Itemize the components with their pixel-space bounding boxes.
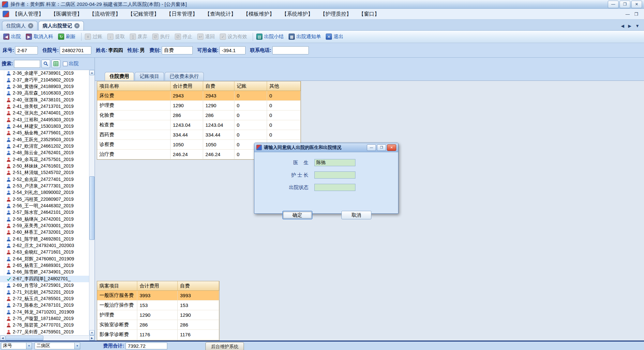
patient-list-item[interactable]: 2-46_王跃光_23529503_2019: [0, 136, 89, 143]
fee-tab[interactable]: 已收费未执行: [165, 72, 204, 80]
dialog-maximize-button[interactable]: ❐: [377, 144, 386, 151]
patient-list-item[interactable]: 2-39_高世森_16106303_2019: [0, 90, 89, 96]
column-header[interactable]: 项目名称: [97, 81, 171, 91]
patient-info-input[interactable]: 自费: [162, 46, 193, 54]
patient-list-item[interactable]: 2-76_陈碧英_24770701_2019: [0, 322, 89, 328]
table-row[interactable]: 一般医疗服务费39933993: [97, 291, 219, 300]
window-tab[interactable]: 住院病人✕: [2, 21, 37, 30]
patient-list-item[interactable]: 2-55_冯桂英_22080907_2019: [0, 196, 89, 203]
patient-list-item[interactable]: 2-75_卢璇盟_18718402_2019: [0, 315, 89, 322]
patient-list-item[interactable]: 2-62_庄太_24792401_202003: [0, 242, 89, 249]
patient-list-item[interactable]: 2-51_林清烟_15245702_2019: [0, 169, 89, 176]
table-row[interactable]: 护理费1290129000: [97, 101, 301, 110]
patient-list-item[interactable]: 2-57_陈水官_24642101_2019: [0, 209, 89, 216]
patient-list-item[interactable]: 2-53_卢济泉_24777301_2019: [0, 183, 89, 189]
patient-list-item[interactable]: 2-54_刘礼忠_18090002_2019: [0, 189, 89, 196]
patient-list-item[interactable]: 2-73_陈春忠_24787101_2019: [0, 302, 89, 309]
dialog-field-input[interactable]: 陈驰: [314, 159, 355, 166]
patient-list-item[interactable]: 2-50_林妹妹_24761601_2019: [0, 163, 89, 169]
dialog-close-button[interactable]: ✕: [387, 144, 396, 151]
patient-list-item[interactable]: 2-72_杨玉贞_24785501_2019: [0, 296, 89, 302]
bed-filter-combo[interactable]: 床号 ▼: [1, 343, 32, 349]
table-row[interactable]: 影像学诊断费11761176: [97, 330, 219, 340]
patient-list-item[interactable]: 2-66_陈雪娇_24734901_2019: [0, 269, 89, 275]
ward-filter-combo[interactable]: 二病区 ▼: [35, 343, 80, 349]
cancel-button[interactable]: 取消: [341, 211, 371, 219]
tree-vertical-scrollbar[interactable]: ▲ ▼: [89, 70, 95, 335]
scroll-right-icon[interactable]: ▶: [89, 336, 95, 341]
menu-item[interactable]: 【查询统计】: [205, 11, 236, 18]
scroll-left-icon[interactable]: ◀: [0, 336, 5, 341]
patient-list-item[interactable]: 2-74_韩龙_24710201_201909: [0, 309, 89, 315]
combo-dropdown-icon[interactable]: ▼: [74, 343, 80, 349]
table-row[interactable]: 床位费2943294300: [97, 91, 301, 101]
toolbar-refresh-button[interactable]: ↻刷新: [58, 34, 76, 40]
tab-scroll-left-icon[interactable]: ◀: [621, 23, 624, 28]
menu-item[interactable]: 【模板维护】: [243, 11, 275, 18]
tab-scroll-right-icon[interactable]: ▶: [628, 23, 631, 28]
table-row[interactable]: 实验室诊断费286286: [97, 320, 219, 330]
patient-list-item[interactable]: 2-56_王一明_24446302_2019: [0, 203, 89, 209]
toolbar-exit-button[interactable]: ✕退出: [326, 34, 343, 40]
patient-info-input[interactable]: 2-67: [15, 46, 38, 54]
tree-horizontal-scrollbar[interactable]: ◀ ▶: [0, 335, 95, 341]
column-header[interactable]: 记账: [234, 81, 267, 91]
column-header[interactable]: 自费: [203, 81, 234, 91]
fee-tab[interactable]: 住院费用: [105, 72, 134, 80]
patient-list-item[interactable]: 2-64_郑辉_24760801_201909: [0, 256, 89, 262]
mdi-restore-icon[interactable]: ❐: [634, 12, 638, 17]
window-minimize-button[interactable]: —: [608, 1, 619, 8]
patient-list-item[interactable]: 2-52_俞兆富_24727401_2019: [0, 176, 89, 183]
window-maximize-button[interactable]: ❐: [620, 1, 630, 8]
column-header[interactable]: 其他: [267, 81, 301, 91]
table-row[interactable]: 护理费12901290: [97, 310, 219, 320]
toolbar-discharge-button[interactable]: ◀出院: [3, 34, 21, 40]
table-row[interactable]: 化验费28628600: [97, 110, 301, 120]
dialog-field-input[interactable]: [314, 171, 355, 179]
table-row[interactable]: 西药费334.44334.4400: [97, 130, 301, 140]
column-header[interactable]: 自费: [178, 281, 219, 290]
dialog-field-input[interactable]: [314, 184, 355, 191]
column-header[interactable]: 合计费用: [137, 281, 178, 290]
combo-dropdown-icon[interactable]: ▼: [26, 343, 32, 349]
patient-list-item[interactable]: 2-44_林建安_15301803_2019: [0, 123, 89, 130]
patient-list-item[interactable]: 2-48_陈云金_24762401_2019: [0, 150, 89, 156]
tab-close-icon[interactable]: ✕: [28, 23, 33, 28]
patient-info-input[interactable]: -394.1: [219, 46, 246, 54]
menu-item[interactable]: 【系统维护】: [282, 11, 313, 18]
patient-list-item[interactable]: 2-38_黄德保_24188903_2019: [0, 83, 89, 90]
patient-list-item[interactable]: 2-67_李四四[单]_24802701_: [0, 276, 89, 282]
discharge-filter-checkbox[interactable]: [63, 62, 67, 66]
menu-item[interactable]: 【窗口】: [359, 11, 380, 18]
patient-list-item[interactable]: 2-65_杨青王_24689301_2019: [0, 262, 89, 269]
patient-list-item[interactable]: 2-36_余建平_24738901_2019: [0, 70, 89, 77]
patient-list-item[interactable]: 2-49_余茑花_24757501_2019: [0, 156, 89, 163]
fee-tab[interactable]: 记账项目: [135, 72, 164, 80]
dialog-title-bar[interactable]: 请输入同意病人出院的医生和出院情况 — ❐ ✕: [254, 143, 398, 152]
patient-info-input[interactable]: 24802701: [60, 46, 91, 54]
toolbar-cancel-admission-button[interactable]: ▶取消入科: [26, 34, 53, 40]
window-tab[interactable]: 病人出院登记✕: [38, 21, 84, 30]
toolbar-discharge-notice-button[interactable]: ▦出院通知单: [289, 34, 321, 40]
toolbar-discharge-summary-button[interactable]: ▤出院小结: [256, 34, 284, 40]
scroll-up-icon[interactable]: ▲: [89, 70, 95, 75]
patient-list-item[interactable]: 2-58_杨继兴_24742001_2019: [0, 216, 89, 223]
patient-list-item[interactable]: 2-41_徐美钗_24713701_2019: [0, 103, 89, 110]
column-header[interactable]: 病案项目: [97, 281, 137, 290]
patient-list-item[interactable]: 2-69_肖雪珍_24725901_2019: [0, 282, 89, 289]
patient-list-item[interactable]: 2-71_刘志朝_24752201_2019: [0, 289, 89, 295]
patient-list-item[interactable]: 2-60_林香王_24732001_2019: [0, 229, 89, 236]
patient-info-input[interactable]: [272, 46, 309, 54]
search-input[interactable]: [14, 60, 40, 68]
scrollbar-thumb[interactable]: [89, 176, 95, 240]
mdi-minimize-icon[interactable]: —: [625, 12, 630, 17]
patient-list-item[interactable]: 2-47_欧清官_24661202_2019: [0, 143, 89, 150]
patient-list-item[interactable]: 2-61_陈宇婧_24692801_2019: [0, 236, 89, 242]
taskbar-button[interactable]: 后台维护系统: [205, 342, 244, 350]
table-row[interactable]: 一般治疗操作费153153: [97, 300, 219, 310]
patient-list-item[interactable]: 2-37_唐巧平_21045802_2019: [0, 77, 89, 83]
menu-item[interactable]: 【日常管理】: [166, 11, 198, 18]
tab-close-icon[interactable]: ✕: [74, 23, 80, 28]
patient-list-item[interactable]: 2-40_张莲珠_24738101_2019: [0, 96, 89, 103]
window-close-button[interactable]: ✕: [631, 1, 642, 8]
